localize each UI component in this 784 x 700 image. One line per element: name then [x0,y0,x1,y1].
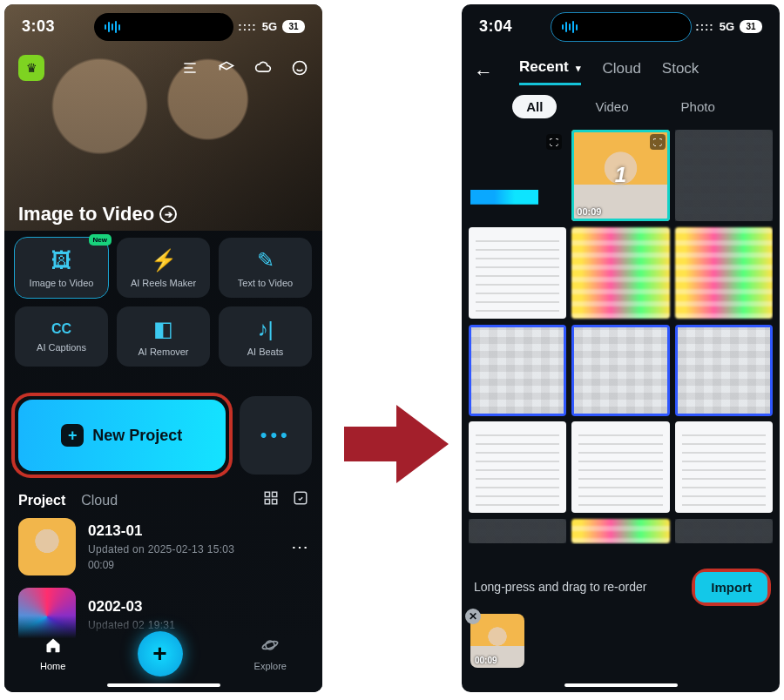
media-item[interactable] [675,130,773,221]
nav-explore[interactable]: Explore [254,636,287,671]
tool-ai-captions[interactable]: CC AI Captions [15,306,108,367]
section-title-row[interactable]: Image to Video ➔ [18,203,177,225]
tool-ai-beats[interactable]: ♪| AI Beats [219,306,312,367]
tab-recent[interactable]: Recent ▾ [519,58,581,85]
remove-icon[interactable]: ✕ [465,609,481,624]
pen-icon: ✎ [257,248,274,273]
new-project-button[interactable]: + New Project [18,400,226,471]
status-time: 3:03 [22,17,55,36]
network-label: 5G [720,20,734,33]
new-project-highlight: + New Project [15,396,229,475]
media-picker-screen: 3:04 :::: 5G 31 ← Recent ▾ Cloud Stock A… [462,4,780,692]
tool-ai-reels[interactable]: ⚡ AI Reels Maker [117,238,210,298]
new-badge: New [89,234,112,246]
expand-icon[interactable]: ⛶ [546,134,562,150]
expand-icon[interactable]: ⛶ [650,134,666,150]
transition-arrow-icon [344,400,449,488]
nav-label: Home [40,661,65,671]
svg-rect-5 [294,492,307,504]
media-item[interactable] [469,227,566,319]
tool-ai-remover[interactable]: ◧ AI Remover [117,306,210,367]
media-item[interactable] [469,421,566,513]
edit-icon[interactable] [293,490,308,510]
eraser-icon: ◧ [153,317,173,341]
project-updated: Updated on 2025-02-13 15:03 [88,543,279,555]
home-icon [44,636,62,658]
more-options-button[interactable]: ••• [240,396,312,475]
tools-grid: New 🖼 Image to Video ⚡ AI Reels Maker ✎ … [15,238,312,367]
back-icon[interactable]: ← [474,61,498,84]
battery-icon: 31 [740,20,762,33]
chevron-down-icon: ▾ [576,63,581,73]
academy-icon[interactable] [218,59,235,77]
import-label: Import [711,580,752,595]
signal-icon: :::: [695,20,713,33]
media-item[interactable] [571,519,669,543]
media-item[interactable] [571,421,669,513]
tool-text-to-video[interactable]: ✎ Text to Video [219,238,312,298]
project-title: 0202-03 [88,598,308,616]
svg-point-7 [261,640,279,651]
tab-cloud[interactable]: Cloud [602,60,640,84]
tab-project[interactable]: Project [18,493,65,508]
status-time: 3:04 [479,17,512,36]
media-item[interactable] [675,519,773,543]
smile-icon[interactable] [291,59,308,77]
dynamic-island [94,13,233,41]
media-item[interactable] [675,227,773,319]
home-indicator [564,683,678,687]
list-icon[interactable] [181,59,199,77]
tool-label: AI Beats [247,347,284,357]
tab-cloud[interactable]: Cloud [81,493,118,508]
import-button[interactable]: Import [695,572,767,602]
section-title: Image to Video [18,203,154,225]
media-grid[interactable]: ⛶ ⛶ 1 00:09 [469,130,773,544]
media-item[interactable] [469,519,566,543]
premium-badge-icon[interactable]: ♛ [18,55,44,81]
project-tabs-row: Project Cloud [18,490,308,510]
new-project-label: New Project [92,427,182,445]
planet-icon [261,636,279,658]
project-more-icon[interactable]: ⋯ [291,536,308,557]
picker-footer: Long-press and drag to re-order Import [462,565,780,609]
tool-image-to-video[interactable]: New 🖼 Image to Video [15,238,108,298]
network-label: 5G [262,20,277,33]
nav-home[interactable]: Home [40,636,65,671]
tab-label: Recent [519,58,569,75]
media-item[interactable] [675,325,773,416]
filter-all[interactable]: All [512,95,557,118]
chevron-right-icon: ➔ [159,205,177,223]
media-item[interactable] [571,227,669,319]
source-tabs: ← Recent ▾ Cloud Stock [462,58,780,85]
import-highlight: Import [695,572,767,602]
cc-icon: CC [51,321,71,337]
media-item[interactable] [675,421,773,513]
media-filters: All Video Photo [462,95,780,118]
media-item[interactable]: ⛶ [469,130,566,221]
cloud-icon[interactable] [254,59,272,77]
selection-index: 1 [615,163,626,187]
selection-thumb[interactable]: ✕ 00:09 [470,614,524,668]
signal-icon: :::: [238,20,256,33]
dots-icon: ••• [260,424,291,447]
project-thumbnail [18,518,76,575]
nav-create-fab[interactable]: + [138,631,183,676]
grid-view-icon[interactable] [263,490,279,510]
status-bar: 3:04 :::: 5G 31 [462,4,780,48]
media-item[interactable] [571,325,669,416]
bolt-icon: ⚡ [151,248,177,273]
filter-photo[interactable]: Photo [667,95,729,118]
svg-point-0 [294,62,307,75]
waveform-icon [562,21,578,33]
selection-tray[interactable]: ✕ 00:09 [470,614,771,676]
footer-hint: Long-press and drag to re-order [474,580,646,594]
equalizer-icon: ♪| [257,317,273,341]
project-item[interactable]: 0213-01 Updated on 2025-02-13 15:03 00:0… [18,518,308,575]
tool-label: AI Remover [138,347,188,357]
media-item-selected[interactable]: ⛶ 1 00:09 [571,130,669,221]
tab-stock[interactable]: Stock [662,60,700,84]
bottom-nav: Home + Explore [4,616,322,692]
media-item[interactable] [469,325,566,416]
battery-icon: 31 [282,20,305,33]
filter-video[interactable]: Video [581,95,642,118]
